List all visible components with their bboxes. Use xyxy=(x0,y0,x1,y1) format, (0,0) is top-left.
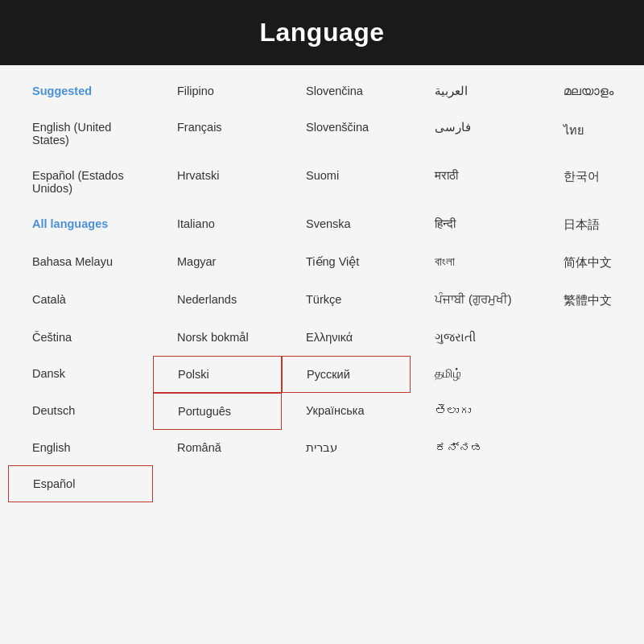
language-item[interactable]: العربية xyxy=(411,73,539,109)
language-item xyxy=(282,465,411,502)
language-item[interactable]: Dansk xyxy=(8,356,153,393)
language-content: SuggestedFilipinoSlovenčinaالعربيةമലയാളം… xyxy=(0,65,644,510)
language-item[interactable]: తెలుగు xyxy=(411,393,539,430)
language-item xyxy=(411,465,539,502)
language-item[interactable]: ગુજરાતી xyxy=(411,320,539,356)
page-title: Language xyxy=(0,18,644,47)
language-item[interactable]: Norsk bokmål xyxy=(153,320,282,356)
language-item[interactable]: Magyar xyxy=(153,244,282,282)
language-item[interactable]: Čeština xyxy=(8,320,153,356)
language-item xyxy=(539,320,644,356)
language-item[interactable]: Suomi xyxy=(282,158,411,206)
language-item[interactable]: 繁體中文 xyxy=(539,282,644,320)
language-item[interactable]: Hrvatski xyxy=(153,158,282,206)
language-item[interactable]: Ελληνικά xyxy=(282,320,411,356)
language-item[interactable]: Українська xyxy=(282,393,411,430)
language-item[interactable]: Slovenščina xyxy=(282,109,411,158)
language-item[interactable]: Türkçe xyxy=(282,282,411,320)
language-item[interactable]: ಕನ್ನಡ xyxy=(411,430,539,465)
highlighted-language-item[interactable]: Русский xyxy=(282,356,411,393)
language-item[interactable]: മലയാളം xyxy=(539,73,644,109)
highlighted-language-item[interactable]: Español xyxy=(8,465,153,502)
language-item[interactable]: עברית xyxy=(282,430,411,465)
language-item[interactable]: 한국어 xyxy=(539,158,644,206)
language-item[interactable]: Svenska xyxy=(282,206,411,244)
language-item[interactable]: Română xyxy=(153,430,282,465)
language-item[interactable]: தமிழ் xyxy=(411,356,539,393)
language-item xyxy=(539,393,644,430)
language-item xyxy=(153,465,282,502)
language-item[interactable]: Slovenčina xyxy=(282,73,411,109)
language-item[interactable]: हिन्दी xyxy=(411,206,539,244)
language-item[interactable]: 简体中文 xyxy=(539,244,644,282)
language-item[interactable]: Français xyxy=(153,109,282,158)
language-item xyxy=(539,430,644,465)
section-label[interactable]: All languages xyxy=(8,206,153,244)
highlighted-language-item[interactable]: Português xyxy=(153,393,282,430)
language-item[interactable]: Bahasa Melayu xyxy=(8,244,153,282)
language-item[interactable]: ਪੰਜਾਬੀ (ਗੁਰਮੁਖੀ) xyxy=(411,282,539,320)
highlighted-language-item[interactable]: Polski xyxy=(153,356,282,393)
language-item[interactable]: Filipino xyxy=(153,73,282,109)
language-item[interactable]: English (United States) xyxy=(8,109,153,158)
language-item[interactable]: Català xyxy=(8,282,153,320)
language-item[interactable]: English xyxy=(8,430,153,465)
language-item[interactable]: বাংলা xyxy=(411,244,539,282)
language-item[interactable]: Tiếng Việt xyxy=(282,244,411,282)
language-item[interactable]: Deutsch xyxy=(8,393,153,430)
language-grid: SuggestedFilipinoSlovenčinaالعربيةമലയാളം… xyxy=(0,73,644,502)
language-item[interactable]: Español (Estados Unidos) xyxy=(8,158,153,206)
language-item[interactable]: 日本語 xyxy=(539,206,644,244)
page-header: Language xyxy=(0,0,644,65)
language-item[interactable]: Nederlands xyxy=(153,282,282,320)
language-item[interactable]: فارسی xyxy=(411,109,539,158)
language-item[interactable]: ไทย xyxy=(539,109,644,158)
language-item[interactable]: Italiano xyxy=(153,206,282,244)
language-item[interactable]: मराठी xyxy=(411,158,539,206)
language-item xyxy=(539,465,644,502)
section-label[interactable]: Suggested xyxy=(8,73,153,109)
language-item xyxy=(539,356,644,393)
